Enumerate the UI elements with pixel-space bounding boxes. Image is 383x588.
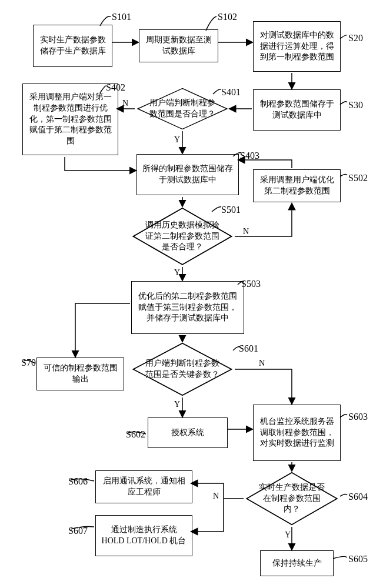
node-text: 实时生产数据参数储存于生产数据库 — [38, 35, 107, 57]
node-s401: 用户端判断制程参数范围是否合理？ — [136, 88, 229, 130]
edge-label-y: Y — [174, 268, 180, 278]
edge-label-n: N — [213, 492, 219, 501]
node-s604: 实时生产数据是否在制程参数范围内？ — [245, 472, 339, 526]
label-s30: S30 — [348, 100, 363, 111]
node-text: 启用通讯系统，通知相应工程师 — [101, 476, 187, 498]
node-s601: 用户端判断制程参数范围是否关键参数？ — [131, 342, 234, 396]
label-s102: S102 — [218, 12, 237, 22]
label-s401: S401 — [221, 87, 241, 98]
edge-label-n: N — [122, 99, 128, 108]
node-s403: 所得的制程参数范围储存于测试数据库中 — [136, 154, 239, 195]
node-text: 周期更新数据至测试数据库 — [144, 35, 213, 57]
node-text: 实时生产数据是否在制程参数范围内？ — [245, 482, 339, 516]
node-s605: 保持持续生产 — [260, 550, 334, 576]
label-s607: S607 — [68, 526, 88, 536]
label-s503: S503 — [241, 279, 261, 289]
node-s502: 采用调整用户端优化第二制程参数范围 — [253, 169, 341, 202]
node-s501: 调用历史数据模拟验证第二制程参数范围是否合理？ — [131, 207, 234, 266]
node-s30: 制程参数范围储存于测试数据库中 — [253, 89, 341, 131]
node-s602: 授权系统 — [148, 417, 228, 448]
label-s601: S601 — [239, 343, 258, 354]
node-text: 采用调整用户端对第一制程参数范围进行优化，第一制程参数范围赋值于第二制程参数范围 — [28, 92, 113, 147]
node-text: 授权系统 — [171, 427, 204, 439]
node-s102: 周期更新数据至测试数据库 — [139, 29, 218, 62]
node-text: 制程参数范围储存于测试数据库中 — [258, 99, 335, 121]
node-text: 用户端判断制程参数范围是否关键参数？ — [131, 358, 234, 380]
node-s603: 机台监控系统服务器调取制程参数范围，对实时数据进行监测 — [253, 405, 341, 461]
node-text: 采用调整用户端优化第二制程参数范围 — [258, 175, 335, 197]
edge-label-y: Y — [174, 400, 180, 409]
edge-label-n: N — [243, 227, 249, 236]
node-text: 所得的制程参数范围储存于测试数据库中 — [142, 163, 234, 186]
label-s402: S402 — [106, 82, 125, 93]
node-s606: 启用通讯系统，通知相应工程师 — [95, 470, 192, 503]
label-s603: S603 — [348, 412, 368, 422]
node-text: 优化后的第二制程参数范围赋值于第三制程参数范围，并储存于测试数据库中 — [136, 291, 239, 325]
label-s101: S101 — [112, 12, 131, 22]
node-s20: 对测试数据库中的数据进行运算处理，得到第一制程参数范围 — [253, 21, 341, 72]
node-s402: 采用调整用户端对第一制程参数范围进行优化，第一制程参数范围赋值于第二制程参数范围 — [22, 83, 118, 155]
node-text: 对测试数据库中的数据进行运算处理，得到第一制程参数范围 — [258, 30, 335, 64]
label-s604: S604 — [348, 492, 368, 502]
edge-label-y: Y — [285, 530, 291, 540]
node-text: 可信的制程参数范围输出 — [42, 363, 119, 385]
node-s101: 实时生产数据参数储存于生产数据库 — [33, 25, 112, 67]
node-text: 通过制造执行系统HOLD LOT/HOLD 机台 — [101, 524, 187, 547]
node-text: 用户端判断制程参数范围是否合理？ — [136, 98, 229, 120]
node-s503: 优化后的第二制程参数范围赋值于第三制程参数范围，并储存于测试数据库中 — [131, 281, 244, 334]
node-s70: 可信的制程参数范围输出 — [36, 358, 124, 390]
node-text: 机台监控系统服务器调取制程参数范围，对实时数据进行监测 — [258, 416, 335, 450]
node-text: 调用历史数据模拟验证第二制程参数范围是否合理？ — [131, 220, 234, 253]
label-s502: S502 — [348, 173, 368, 183]
edge-label-n: N — [259, 359, 265, 368]
node-s607: 通过制造执行系统HOLD LOT/HOLD 机台 — [95, 515, 192, 556]
edge-label-y: Y — [174, 135, 180, 145]
label-s20: S20 — [348, 33, 363, 44]
label-s606: S606 — [68, 476, 88, 487]
label-s602: S602 — [126, 429, 145, 440]
node-text: 保持持续生产 — [272, 558, 322, 569]
label-s403: S403 — [240, 151, 259, 161]
label-s501: S501 — [221, 205, 241, 215]
label-s605: S605 — [348, 554, 368, 564]
label-s70: S70 — [21, 358, 36, 368]
